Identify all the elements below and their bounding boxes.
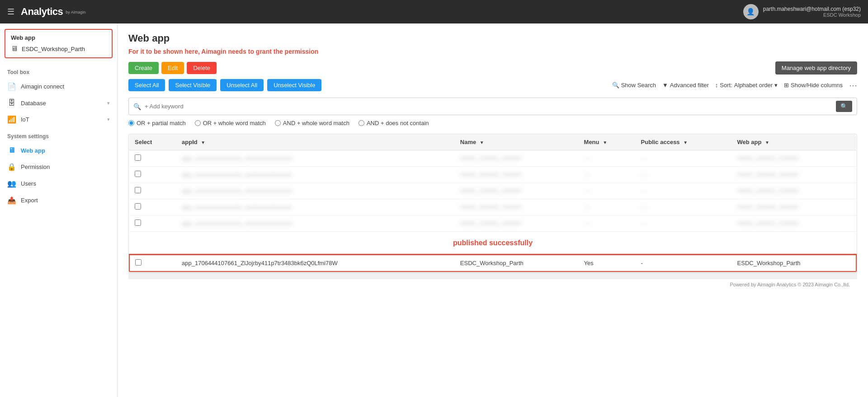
chevron-down-icon: ▾ [107, 100, 110, 106]
user-email: parth.maheshwari@hotmail.com (esp32) [763, 6, 861, 12]
cell-name: ESDC_Workshop_Parth [455, 255, 579, 271]
col-name[interactable]: Name ▼ [455, 134, 579, 150]
col-select: Select [129, 134, 176, 150]
select-all-button[interactable]: Select All [128, 79, 165, 91]
cell-public: — [636, 183, 732, 199]
sidebar-item-label: Permission [21, 163, 110, 170]
lock-icon: 🔒 [7, 163, 16, 171]
sidebar-item-users[interactable]: 👥 Users [0, 175, 117, 192]
create-button[interactable]: Create [128, 62, 159, 74]
col-menu[interactable]: Menu ▼ [579, 134, 636, 150]
radio-and-whole[interactable]: AND + whole word match [275, 120, 349, 126]
cell-menu: — [579, 150, 636, 167]
data-table-wrapper: Select appId ▼ Name ▼ Menu ▼ Public acce… [128, 134, 857, 272]
delete-button[interactable]: Delete [187, 62, 217, 74]
webapp-item-label: ESDC_Workshop_Parth [22, 46, 85, 52]
footer: Powered by Aimagin Analytics © 2023 Aima… [128, 279, 857, 290]
row-checkbox[interactable] [135, 171, 141, 177]
cell-webapp: ESDC_Workshop_Parth [732, 255, 856, 271]
webapp-box-item[interactable]: 🖥 ESDC_Workshop_Parth [11, 45, 106, 53]
sort-value: Alphabet order [734, 82, 773, 89]
main-content: Web app For it to be shown here, Aimagin… [118, 23, 868, 397]
unselect-all-button[interactable]: Unselect All [220, 79, 264, 91]
page-title: Web app [128, 33, 857, 44]
edit-button[interactable]: Edit [161, 62, 184, 74]
table-row[interactable]: app_xxxxxxxxxxxxxxxx_xxxxxxxxxxxxxxxx XX… [129, 150, 856, 167]
search-input[interactable] [145, 103, 832, 110]
webapp-icon: 🖥 [7, 146, 16, 154]
radio-label: OR + partial match [137, 120, 186, 126]
cell-webapp: XXXX_XXXXX_XXXXX [732, 167, 856, 183]
row-checkbox[interactable] [135, 259, 142, 266]
users-icon: 👥 [7, 179, 16, 188]
cell-appid: app_xxxxxxxxxxxxxxxx_xxxxxxxxxxxxxxxx [176, 167, 455, 183]
advanced-filter-action[interactable]: ▼ Advanced filter [662, 82, 709, 89]
export-icon: 📤 [7, 196, 16, 205]
cell-name: XXXX_XXXXX_XXXXX [455, 199, 579, 215]
webapp-box-title: Web app [11, 34, 106, 41]
cell-public: - [636, 255, 732, 271]
radio-or-partial[interactable]: OR + partial match [128, 120, 186, 126]
sidebar-item-export[interactable]: 📤 Export [0, 192, 117, 209]
sidebar-item-aimagin-connect[interactable]: 📄 Aimagin connect [0, 78, 117, 95]
sidebar-item-permission[interactable]: 🔒 Permission [0, 159, 117, 175]
sidebar-item-label: Export [21, 197, 110, 204]
more-options-icon[interactable]: ⋯ [849, 80, 857, 90]
cell-appid: app_xxxxxxxxxxxxxxxx_xxxxxxxxxxxxxxxx [176, 215, 455, 232]
sort-arrow-icon: ▼ [201, 140, 205, 145]
user-org: ESDC Workshop [763, 12, 861, 18]
data-table: Select appId ▼ Name ▼ Menu ▼ Public acce… [129, 134, 857, 272]
toolbox-title: Tool box [0, 64, 117, 78]
cell-name: XXXX_XXXXX_XXXXX [455, 183, 579, 199]
chevron-down-icon: ▾ [107, 117, 110, 122]
sort-action[interactable]: ↕ Sort: Alphabet order ▾ [715, 82, 778, 89]
search-icon: 🔍 [133, 103, 141, 110]
cell-menu: — [579, 215, 636, 232]
user-info: 👤 parth.maheshwari@hotmail.com (esp32) E… [743, 4, 861, 19]
cell-public: — [636, 150, 732, 167]
unselect-visible-button[interactable]: Unselect Visible [267, 79, 321, 91]
chevron-down-icon: ▾ [774, 82, 778, 89]
cell-appid: app_xxxxxxxxxxxxxxxx_xxxxxxxxxxxxxxxx [176, 199, 455, 215]
table-row[interactable]: app_xxxxxxxxxxxxxxxx_xxxxxxxxxxxxxxxx XX… [129, 167, 856, 183]
table-row[interactable]: app_xxxxxxxxxxxxxxxx_xxxxxxxxxxxxxxxx XX… [129, 215, 856, 232]
table-row[interactable]: app_xxxxxxxxxxxxxxxx_xxxxxxxxxxxxxxxx XX… [129, 183, 856, 199]
hamburger-icon[interactable]: ☰ [7, 7, 14, 17]
cell-name: XXXX_XXXXX_XXXXX [455, 150, 579, 167]
cell-menu: — [579, 167, 636, 183]
sort-label: Sort: [720, 82, 732, 89]
show-hide-label: Show/Hide columns [791, 82, 843, 89]
search-button[interactable]: 🔍 [836, 101, 852, 112]
show-hide-columns-action[interactable]: ⊞ Show/Hide columns [784, 82, 843, 89]
sidebar-item-iot[interactable]: 📶 IoT ▾ [0, 111, 117, 128]
file-icon: 📄 [7, 82, 16, 91]
cell-menu: — [579, 183, 636, 199]
show-search-action[interactable]: 🔍 Show Search [612, 82, 656, 89]
manage-directory-button[interactable]: Manage web app directory [775, 61, 857, 75]
highlighted-table-row[interactable]: app_1706444107661_ZlJojrby411p7tr3483bk6… [129, 255, 856, 271]
col-public[interactable]: Public access ▼ [636, 134, 732, 150]
row-checkbox[interactable] [135, 220, 141, 226]
row-checkbox[interactable] [135, 187, 141, 193]
wifi-icon: 📶 [7, 115, 16, 124]
columns-icon: ⊞ [784, 82, 789, 89]
navbar: ☰ Analytics by Aimagin 👤 parth.maheshwar… [0, 0, 868, 23]
cell-name: XXXX_XXXXX_XXXXX [455, 215, 579, 232]
search-bar: 🔍 🔍 [128, 98, 857, 115]
sidebar-item-webapp[interactable]: 🖥 Web app [0, 142, 117, 159]
row-checkbox[interactable] [135, 154, 141, 161]
sidebar-item-database[interactable]: 🗄 Database ▾ [0, 95, 117, 111]
col-webapp[interactable]: Web app ▼ [732, 134, 856, 150]
show-search-label: Show Search [621, 82, 656, 89]
radio-or-whole[interactable]: OR + whole word match [195, 120, 266, 126]
search-filter-group: OR + partial match OR + whole word match… [128, 120, 857, 126]
row-checkbox[interactable] [135, 203, 141, 210]
col-appid[interactable]: appId ▼ [176, 134, 455, 150]
cell-webapp: XXXX_XXXXX_XXXXX [732, 215, 856, 232]
advanced-filter-label: Advanced filter [670, 82, 709, 89]
sort-arrow-icon: ▼ [480, 140, 484, 145]
select-visible-button[interactable]: Select Visible [169, 79, 217, 91]
table-row[interactable]: app_xxxxxxxxxxxxxxxx_xxxxxxxxxxxxxxxx XX… [129, 199, 856, 215]
horizontal-scrollbar[interactable] [128, 272, 857, 279]
radio-and-not[interactable]: AND + does not contain [359, 120, 429, 126]
